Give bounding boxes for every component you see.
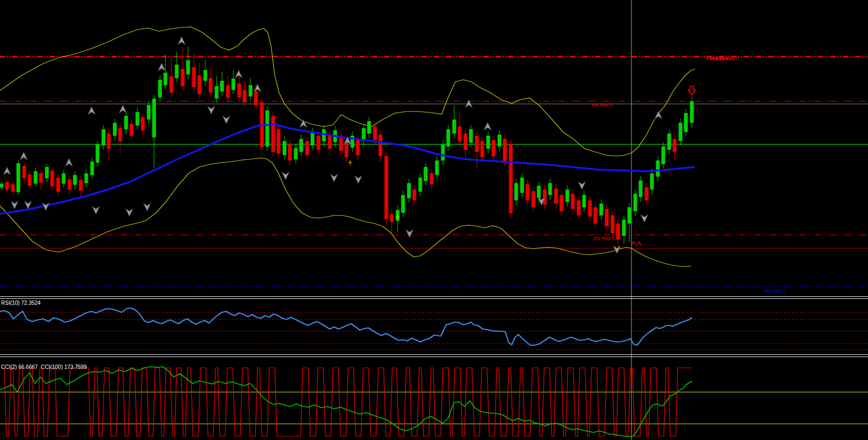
candle-body <box>492 140 496 156</box>
candle-body <box>277 129 281 153</box>
candle-body <box>424 167 428 181</box>
candle-body <box>668 134 671 150</box>
candle-body <box>588 200 592 216</box>
candle-body <box>616 224 620 240</box>
candle-body <box>537 186 541 198</box>
candle-body <box>130 124 134 136</box>
m30-res-line-label: M30 Res C <box>714 55 740 61</box>
candle-body <box>469 129 473 143</box>
rsi-panel[interactable] <box>0 299 868 354</box>
candle-body <box>11 184 15 192</box>
candle-body <box>204 70 207 81</box>
d1-res-line-label: D1 Res C <box>594 235 616 241</box>
candle-body <box>198 75 202 94</box>
candle-body <box>367 121 371 134</box>
candle-body <box>509 144 513 213</box>
candle-body <box>175 65 179 78</box>
candle-body <box>520 178 524 193</box>
candle-body <box>679 123 683 141</box>
candle-body <box>401 195 405 213</box>
candle-body <box>192 67 196 87</box>
candle-body <box>170 76 173 93</box>
candle-body <box>356 140 360 155</box>
candle-body <box>238 83 241 97</box>
candle-body <box>582 195 586 207</box>
candle-body <box>0 184 4 187</box>
candle-body <box>639 180 643 197</box>
candle-body <box>158 80 162 97</box>
candle-body <box>453 120 456 134</box>
candle-body <box>186 60 190 74</box>
candle-body <box>283 141 287 155</box>
candle-body <box>560 195 564 211</box>
candle-body <box>73 175 77 185</box>
candle-body <box>209 78 213 93</box>
candle-body <box>328 135 332 149</box>
candle-body <box>288 144 292 160</box>
candle-body <box>441 144 445 160</box>
candle-body <box>147 105 151 120</box>
candle-body <box>628 207 631 224</box>
candle-body <box>317 136 321 150</box>
candle-body <box>23 166 26 178</box>
candle-body <box>390 214 394 222</box>
candle-body <box>294 148 298 159</box>
candle-body <box>532 191 536 207</box>
candle-body <box>571 194 575 209</box>
candle-body <box>39 173 43 183</box>
candle-body <box>605 209 609 226</box>
candle-body <box>656 160 660 177</box>
candle-body <box>57 178 60 192</box>
candle-body <box>226 85 230 98</box>
candle-body <box>622 220 626 236</box>
candle-body <box>62 173 66 184</box>
candle-body <box>413 190 416 200</box>
candle-body <box>311 132 315 145</box>
candle-body <box>594 207 598 224</box>
candle-body <box>373 127 377 140</box>
candle-body <box>34 171 38 184</box>
candle-body <box>645 187 649 200</box>
candle-body <box>673 139 677 152</box>
candle-body <box>136 112 140 125</box>
candle-body <box>566 190 570 202</box>
candle-body <box>272 116 275 152</box>
candle-body <box>600 204 603 215</box>
candle-body <box>385 156 388 219</box>
candle-body <box>554 188 558 204</box>
candle-body <box>300 139 303 152</box>
h4-res-line-label: H4 Res C <box>592 102 614 108</box>
candle-body <box>220 81 224 92</box>
candle-body <box>68 179 72 190</box>
chart-canvas <box>0 0 868 440</box>
candle-body <box>119 128 122 141</box>
candle-body <box>526 184 530 200</box>
candle-body <box>164 73 168 85</box>
candle-body <box>611 215 615 233</box>
main-chart-panel[interactable] <box>0 0 868 296</box>
cci-indicator-label: CCI(2) 66.6667 CCI(100) 173.7599 <box>1 364 87 370</box>
candle-body <box>503 139 507 162</box>
candle-body <box>481 141 484 157</box>
candle-body <box>684 113 688 132</box>
candle-body <box>124 116 128 129</box>
candle-body <box>5 182 9 190</box>
candle-body <box>690 101 694 123</box>
candle-body <box>498 135 502 146</box>
candle-body <box>243 90 247 102</box>
candle-body <box>45 167 49 178</box>
candle-body <box>79 180 83 191</box>
candle-body <box>215 86 219 99</box>
candle-body <box>96 144 100 163</box>
candle-body <box>85 173 88 183</box>
candle-body <box>543 190 547 205</box>
candle-body <box>515 183 518 200</box>
candle-body <box>577 200 581 215</box>
candle-body <box>91 162 94 175</box>
candle-body <box>254 92 258 106</box>
candle-body <box>475 136 479 152</box>
candle-body <box>266 110 269 146</box>
candle-body <box>447 129 450 146</box>
candle-body <box>305 141 309 155</box>
m5-sup-line-label: M5 Sup C <box>764 288 787 294</box>
